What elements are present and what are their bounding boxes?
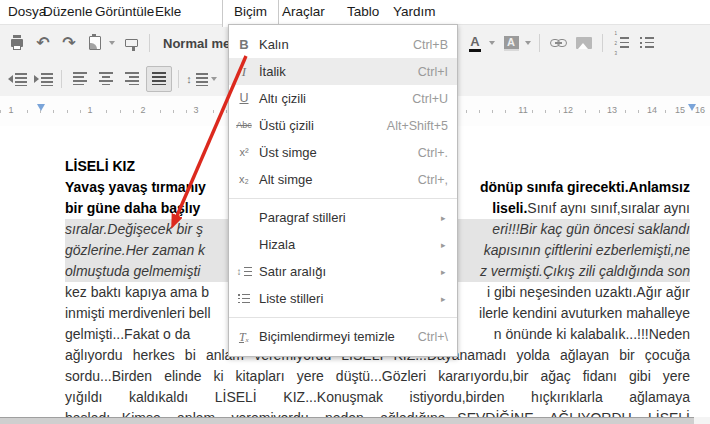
menu-item-label: Biçimlendirmeyi temizle [259, 329, 418, 344]
menu-item-label: Kalın [259, 37, 413, 52]
menu-item-st-izili[interactable]: AbcÜstü çiziliAlt+Shift+5 [229, 112, 457, 139]
line-left-fragment: gözlerine.Her zaman k [65, 240, 205, 261]
toolbar-row-1-right: A A [462, 25, 660, 61]
strikethrough-icon: Abc [229, 121, 259, 130]
line-right-fragment: liseli.Sınıf aynı sınıf,sıralar aynı [492, 198, 690, 219]
highlight-color-caret-icon[interactable] [525, 41, 531, 45]
line-left-fragment: kez baktı kapıya ama b [65, 282, 209, 303]
menu-item-label: İtalik [259, 64, 418, 79]
bold-icon: B [229, 38, 259, 51]
menubar: DosyaDüzenleGörüntüleEkleBiçimAraçlarTab… [0, 0, 710, 24]
menu-item-shortcut: Alt+Shift+5 [387, 119, 457, 133]
ruler-number: 13 [604, 105, 620, 115]
document-line[interactable]: yığıldı kaldıkaldı LİSELİ KIZ...Konuşmak… [65, 387, 690, 408]
toolbar-separator [539, 34, 540, 52]
menu-item-shortcut: Ctrl+\ [418, 330, 457, 344]
line-right-fragment: ilerle kendini avuturken mahalleye [479, 303, 690, 324]
subscript-icon: x₂ [229, 174, 259, 185]
align-center-icon[interactable] [94, 67, 118, 91]
menu-item-bi-imlendirmeyi-temizle[interactable]: TₓBiçimlendirmeyi temizleCtrl+\ [229, 323, 457, 350]
print-icon[interactable] [5, 31, 29, 55]
menu-item-st-simge[interactable]: x²Üst simgeCtrl+. [229, 139, 457, 166]
menu-item-label: Liste stilleri [259, 291, 441, 306]
submenu-arrow-icon: ▸ [441, 240, 457, 250]
menubar-item-ekle[interactable]: Ekle [144, 0, 192, 24]
submenu-arrow-icon: ▸ [441, 213, 457, 223]
line-spacing-caret-icon[interactable] [211, 77, 217, 81]
menubar-item-yard-m[interactable]: Yardım [382, 0, 447, 24]
line-left-fragment: olmuştuda gelmemişti [65, 261, 200, 282]
outdent-icon[interactable] [5, 67, 29, 91]
line-spacing-icon [229, 267, 259, 277]
menu-item-paragraf-stilleri[interactable]: Paragraf stilleri▸ [229, 204, 457, 231]
underline-icon: U [229, 92, 259, 105]
ruler-number: 11 [515, 105, 530, 115]
menu-item-liste-stilleri[interactable]: Liste stilleri▸ [229, 285, 457, 312]
line-right-fragment: kapısının çiftlerini ezberlemişti,ne [484, 240, 690, 261]
document-line[interactable]: başladı...Kimse anlam veremiyordu neden … [65, 408, 690, 417]
line-right-fragment: i gibi neşesinden uzaktı.Ağır ağır [487, 282, 690, 303]
line-left-fragment: inmişti merdivenleri bell [65, 303, 211, 324]
line-left-fragment: gelmişti...Fakat o da [65, 324, 190, 345]
menu-item-label: Satır aralığı [259, 264, 441, 279]
menu-item-label: Paragraf stilleri [259, 210, 441, 225]
menu-item-hizala[interactable]: Hizala▸ [229, 231, 457, 258]
submenu-arrow-icon: ▸ [441, 294, 457, 304]
menu-separator [229, 317, 457, 318]
line-spacing-icon[interactable]: ↕ [185, 67, 209, 91]
text-color-caret-icon[interactable] [489, 41, 495, 45]
ruler-number: 12 [560, 105, 576, 115]
left-indent-marker[interactable] [37, 104, 45, 111]
paste-icon[interactable] [83, 31, 107, 55]
link-icon[interactable] [546, 31, 570, 55]
line-right-fragment: z vermişti.Çıkış zili çaldığında son [480, 261, 690, 282]
menu-item-shortcut: Ctrl+B [413, 38, 457, 52]
highlight-color-icon[interactable]: A [499, 31, 523, 55]
menubar-item-ara-lar[interactable]: Araçlar [271, 0, 336, 24]
menu-item-label: Üstü çizili [259, 118, 387, 133]
toolbar-separator [149, 34, 150, 52]
toolbar-separator [178, 70, 179, 88]
line-left-fragment: Yavaş yavaş tırmanıy [65, 177, 206, 198]
menu-item-shortcut: Ctrl+I [418, 65, 457, 79]
format-paint-icon[interactable] [119, 31, 143, 55]
menu-item-label: Hizala [259, 237, 441, 252]
document-line[interactable]: sordu...Birden elinde ki kitapları yere … [65, 366, 690, 387]
text-color-icon[interactable]: A [463, 31, 487, 55]
line-right-fragment: dönüp sınıfa girecekti.Anlamsız [480, 177, 690, 198]
horizontal-scrollbar [0, 417, 710, 424]
menu-item-shortcut: Ctrl+, [418, 173, 457, 187]
line-right-fragment: n önünde ki kalabalık...!!!Neden [494, 324, 690, 345]
toolbar-separator [602, 34, 603, 52]
menubar-item-bi-im[interactable]: Biçim [222, 0, 279, 27]
menu-item-i-talik[interactable]: IİtalikCtrl+I [229, 58, 457, 85]
ruler-number: 1 [84, 105, 95, 115]
paste-caret-icon[interactable] [109, 41, 115, 45]
format-menu: BKalınCtrl+BIİtalikCtrl+IUAltı çiziliCtr… [228, 24, 458, 357]
undo-icon[interactable]: ↶ [31, 31, 55, 55]
align-right-icon[interactable] [120, 67, 144, 91]
line-left-fragment: sıralar.Değişecek bir ş [65, 219, 203, 240]
menu-item-kal-n[interactable]: BKalınCtrl+B [229, 31, 457, 58]
clear-formatting-icon: Tₓ [229, 331, 259, 343]
ruler-number: 2 [137, 105, 148, 115]
align-justify-icon[interactable] [146, 66, 172, 92]
bulleted-list-icon[interactable] [635, 31, 659, 55]
insert-image-icon[interactable] [572, 31, 596, 55]
menu-item-alt-simge[interactable]: x₂Alt simgeCtrl+, [229, 166, 457, 193]
superscript-icon: x² [229, 147, 259, 158]
list-styles-icon [229, 294, 259, 303]
horizontal-scrollbar-thumb[interactable] [0, 417, 694, 424]
italic-icon: I [229, 65, 259, 78]
right-indent-marker[interactable] [688, 104, 696, 111]
menu-item-sat-r-aral[interactable]: Satır aralığı▸ [229, 258, 457, 285]
numbered-list-icon[interactable] [609, 31, 633, 55]
redo-icon[interactable]: ↷ [57, 31, 81, 55]
submenu-arrow-icon: ▸ [441, 267, 457, 277]
align-left-icon[interactable] [68, 67, 92, 91]
indent-icon[interactable] [31, 67, 55, 91]
menu-item-alt-izili[interactable]: UAltı çiziliCtrl+U [229, 85, 457, 112]
menu-item-shortcut: Ctrl+. [418, 146, 457, 160]
toolbar-row-1-left: ↶ ↷ Normal me... [4, 25, 249, 61]
menu-item-label: Altı çizili [259, 91, 412, 106]
